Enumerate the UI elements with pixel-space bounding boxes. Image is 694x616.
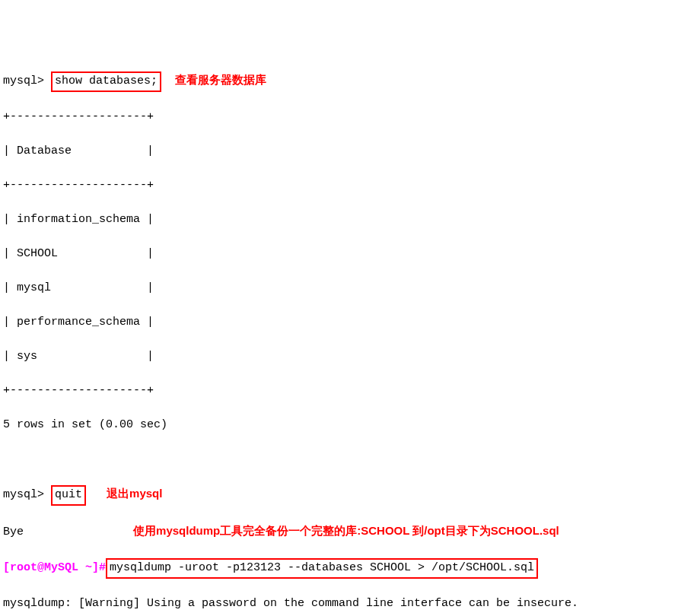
mysql-prompt-2: mysql>: [3, 488, 44, 501]
annotation-show-databases: 查看服务器数据库: [175, 73, 266, 86]
db-summary: 5 rows in set (0.00 sec): [3, 417, 691, 434]
mysql-prompt: mysql>: [3, 75, 44, 87]
blank-1: [3, 451, 691, 468]
db-row-1: | information_schema |: [3, 211, 691, 229]
show-databases-cmd: show databases;: [51, 71, 161, 92]
db-header: | Database |: [3, 143, 691, 160]
mysqldump1-line: [root@MySQL ~]#mysqldump -uroot -p123123…: [3, 558, 691, 579]
db-row-3: | mysql |: [3, 280, 691, 297]
db-row-5: | sys |: [3, 348, 691, 366]
db-sep-mid: +--------------------+: [3, 177, 691, 195]
db-row-2: | SCHOOL |: [3, 246, 691, 263]
db-row-4: | performance_schema |: [3, 314, 691, 332]
bye-text: Bye: [3, 526, 24, 538]
db-sep-bot: +--------------------+: [3, 383, 691, 400]
db-sep-top: +--------------------+: [3, 109, 691, 126]
mysqldump1-cmd: mysqldump -uroot -p123123 --databases SC…: [106, 558, 538, 579]
warning-1: mysqldump: [Warning] Using a password on…: [3, 595, 691, 613]
quit-cmd: quit: [51, 485, 86, 506]
mysql-quit-line: mysql> quit 退出mysql: [3, 485, 691, 506]
annotation-mysqldump1: 使用mysqldump工具完全备份一个完整的库:SCHOOL 到/opt目录下为…: [133, 524, 559, 537]
annotation-quit: 退出mysql: [107, 487, 162, 500]
shell-prompt-home-1: [root@MySQL ~]#: [3, 561, 106, 574]
bye-line: Bye 使用mysqldump工具完全备份一个完整的库:SCHOOL 到/opt…: [3, 522, 691, 541]
mysql-show-databases-line: mysql> show databases; 查看服务器数据库: [3, 71, 691, 92]
